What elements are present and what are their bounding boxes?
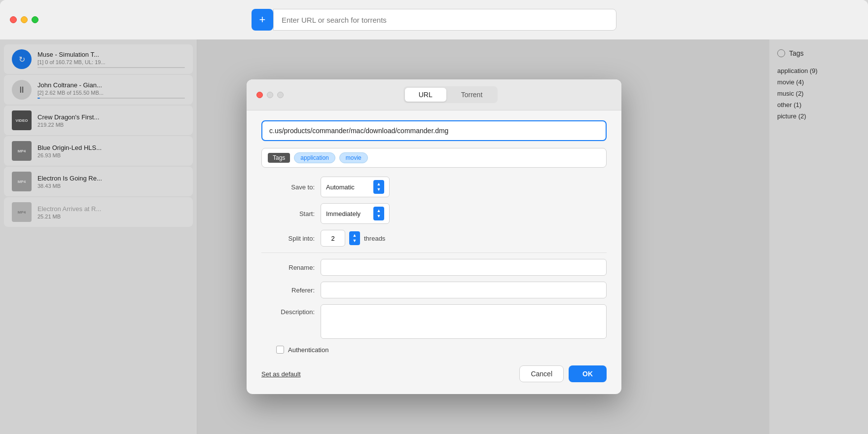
save-to-label: Save to:: [261, 183, 321, 191]
ok-button[interactable]: OK: [569, 365, 607, 382]
chevron-up-icon: ▲: [377, 209, 381, 213]
start-label: Start:: [261, 210, 321, 217]
rename-row: Rename:: [261, 259, 607, 276]
threads-label: threads: [364, 235, 385, 242]
start-stepper[interactable]: ▲ ▼: [373, 207, 384, 220]
referer-label: Referer:: [261, 287, 321, 294]
modal-close-button[interactable]: [256, 92, 263, 98]
modal-overlay: URL Torrent Tags application movie: [0, 39, 868, 434]
close-button[interactable]: [10, 16, 17, 23]
action-buttons: Cancel OK: [519, 365, 607, 382]
modal-minimize-button[interactable]: [267, 92, 273, 98]
url-input-container: [261, 120, 607, 141]
save-to-select[interactable]: Automatic ▲ ▼: [321, 177, 390, 197]
content-area: ↻ Muse - Simulation T... [1] 0 of 160.72…: [0, 39, 868, 434]
authentication-checkbox[interactable]: [276, 346, 284, 354]
cancel-button[interactable]: Cancel: [519, 365, 564, 382]
tags-label-badge: Tags: [268, 153, 290, 163]
title-bar: +: [0, 0, 868, 39]
bottom-row: Set as default Cancel OK: [261, 361, 607, 382]
traffic-lights: [10, 16, 38, 23]
modal-traffic-lights: [256, 92, 284, 98]
maximize-button[interactable]: [32, 16, 38, 23]
description-input[interactable]: [321, 304, 607, 339]
minimize-button[interactable]: [21, 16, 28, 23]
divider: [261, 253, 607, 253]
authentication-row: Authentication: [261, 346, 607, 354]
chevron-up-icon: ▲: [377, 182, 381, 186]
threads-stepper[interactable]: ▲ ▼: [349, 231, 360, 245]
rename-input[interactable]: [321, 259, 607, 276]
rename-label: Rename:: [261, 264, 321, 271]
save-to-stepper[interactable]: ▲ ▼: [373, 180, 384, 194]
modal-titlebar: URL Torrent: [247, 79, 621, 110]
referer-input[interactable]: [321, 282, 607, 298]
save-to-value: Automatic: [326, 183, 369, 191]
add-download-button[interactable]: +: [252, 9, 273, 31]
chevron-down-icon: ▼: [377, 214, 381, 218]
modal-body: Tags application movie Save to: Automati…: [247, 110, 621, 394]
split-into-label: Split into:: [261, 235, 321, 242]
save-to-row: Save to: Automatic ▲ ▼: [261, 177, 607, 197]
search-bar-container: +: [252, 9, 616, 31]
search-input[interactable]: [273, 9, 616, 31]
authentication-label: Authentication: [288, 346, 328, 354]
referer-row: Referer:: [261, 282, 607, 298]
threads-count-input[interactable]: [321, 230, 345, 247]
tab-selector: URL Torrent: [403, 86, 498, 103]
description-row: Description:: [261, 304, 607, 339]
split-into-row: Split into: ▲ ▼ threads: [261, 230, 607, 247]
chevron-down-icon: ▼: [353, 239, 357, 243]
modal-maximize-button[interactable]: [277, 92, 284, 98]
add-url-modal: URL Torrent Tags application movie: [247, 79, 621, 394]
tags-row: Tags application movie: [261, 148, 607, 168]
description-label: Description:: [261, 308, 321, 316]
plus-icon: +: [259, 14, 266, 25]
url-input[interactable]: [269, 127, 599, 135]
tag-chip-movie[interactable]: movie: [339, 152, 368, 163]
start-value: Immediately: [326, 210, 369, 217]
set-default-button[interactable]: Set as default: [261, 370, 301, 378]
tag-chip-application[interactable]: application: [294, 152, 335, 163]
start-row: Start: Immediately ▲ ▼: [261, 203, 607, 224]
tab-torrent[interactable]: Torrent: [447, 88, 497, 102]
tab-url[interactable]: URL: [405, 88, 446, 102]
chevron-down-icon: ▼: [377, 187, 381, 192]
chevron-up-icon: ▲: [353, 233, 357, 238]
start-select[interactable]: Immediately ▲ ▼: [321, 203, 390, 224]
main-window: + ↻ Muse - Simulation T... [1] 0 of 160.…: [0, 0, 868, 434]
